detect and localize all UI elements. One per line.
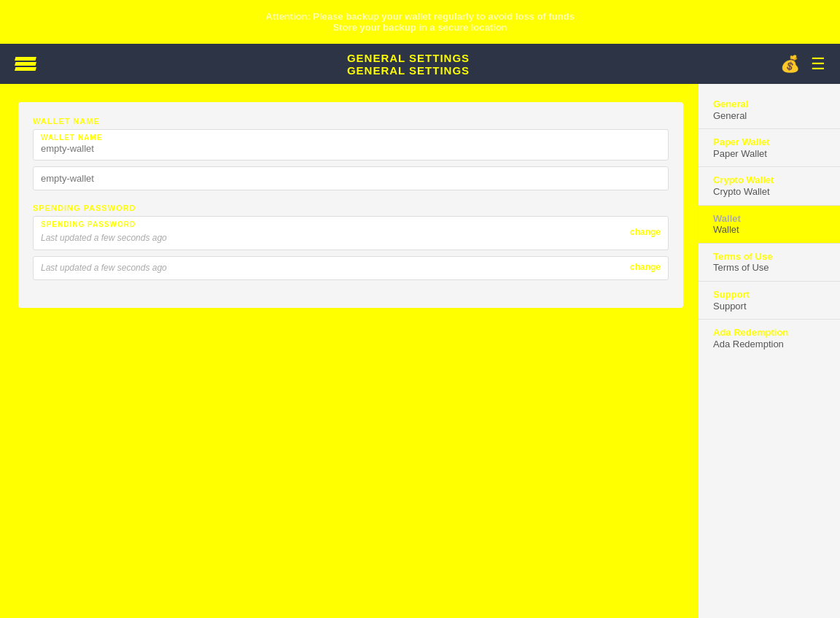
sidebar-item-ada-redemption-label: Ada Redemption: [713, 339, 825, 350]
sidebar-item-ada-redemption[interactable]: Ada Redemption Ada Redemption: [699, 320, 840, 357]
logo-line-2: [15, 62, 36, 66]
sidebar: General General Paper Wallet Paper Walle…: [698, 84, 840, 618]
sidebar-item-general-label-shadow: General: [713, 99, 825, 110]
sidebar-item-crypto-wallet[interactable]: Crypto Wallet Crypto Wallet: [699, 167, 840, 204]
navbar-title-1: GENERAL SETTINGS: [347, 52, 470, 64]
sidebar-item-paper-wallet-label: Paper Wallet: [713, 148, 825, 160]
wallet-name-field-label: WALLET NAME: [34, 130, 668, 142]
logo-icon: [15, 57, 36, 71]
navbar-title-2: GENERAL SETTINGS: [347, 64, 470, 77]
spending-password-inner-1: SPENDING PASSWORD Last updated a few sec…: [41, 220, 630, 244]
sidebar-item-general[interactable]: General General: [699, 91, 840, 128]
spending-password-label: SPENDING PASSWORD: [33, 204, 669, 212]
spending-password-wrapper-2: Last updated a few seconds ago change: [33, 256, 669, 280]
sidebar-item-ada-redemption-label-shadow: Ada Redemption: [713, 327, 825, 339]
wallet-name-input-wrapper: WALLET NAME: [33, 129, 669, 161]
sidebar-item-support-label-shadow: Support: [713, 289, 825, 301]
main-layout: WALLET NAME WALLET NAME SPENDING PASSWOR…: [0, 84, 840, 618]
spending-password-value-1: Last updated a few seconds ago: [41, 233, 167, 243]
sidebar-item-paper-wallet[interactable]: Paper Wallet Paper Wallet: [699, 129, 840, 166]
content-area: WALLET NAME WALLET NAME SPENDING PASSWOR…: [0, 84, 698, 618]
spending-password-wrapper-1: SPENDING PASSWORD Last updated a few sec…: [33, 216, 669, 250]
sidebar-item-crypto-wallet-label-shadow: Crypto Wallet: [713, 174, 825, 186]
spending-password-value-2: Last updated a few seconds ago: [41, 263, 167, 273]
sidebar-item-terms-label-shadow: Terms of Use: [713, 251, 825, 263]
wallet-icon[interactable]: 💰: [780, 55, 800, 74]
sidebar-item-wallet[interactable]: Wallet Wallet: [699, 206, 840, 243]
wallet-name-label: WALLET NAME: [33, 117, 669, 125]
wallet-name-input-2[interactable]: [34, 167, 668, 190]
settings-icon[interactable]: ☰: [811, 55, 825, 74]
navbar: GENERAL SETTINGS GENERAL SETTINGS 💰 ☰: [0, 44, 840, 84]
banner-line1: Attention: Please backup your wallet reg…: [265, 11, 574, 22]
logo-line-3: [15, 67, 36, 71]
top-banner: Attention: Please backup your wallet reg…: [0, 0, 840, 44]
sidebar-item-general-label: General: [713, 110, 825, 122]
wallet-name-input[interactable]: [34, 143, 668, 160]
sidebar-item-crypto-wallet-label: Crypto Wallet: [713, 186, 825, 198]
settings-panel: WALLET NAME WALLET NAME SPENDING PASSWOR…: [18, 102, 683, 308]
sidebar-item-wallet-label: Wallet: [713, 224, 825, 236]
sidebar-item-paper-wallet-label-shadow: Paper Wallet: [713, 136, 825, 148]
wallet-name-input-wrapper-2: [33, 166, 669, 190]
spending-password-field-label: SPENDING PASSWORD: [41, 220, 630, 228]
logo-line-1: [15, 57, 36, 61]
change-password-link-1[interactable]: change: [630, 227, 661, 237]
banner-line2: Store your backup in a secure location: [332, 22, 507, 33]
navbar-icons: 💰 ☰: [780, 55, 825, 74]
sidebar-item-terms-of-use[interactable]: Terms of Use Terms of Use: [699, 244, 840, 281]
sidebar-item-wallet-label-shadow: Wallet: [713, 213, 825, 225]
sidebar-item-terms-label: Terms of Use: [713, 262, 825, 274]
spending-password-inner-2: Last updated a few seconds ago: [41, 260, 630, 274]
navbar-title-area: GENERAL SETTINGS GENERAL SETTINGS: [347, 52, 470, 77]
wallet-name-group: WALLET NAME WALLET NAME: [33, 117, 669, 190]
spending-password-group: SPENDING PASSWORD SPENDING PASSWORD Last…: [33, 204, 669, 280]
change-password-link-2[interactable]: change: [630, 262, 661, 272]
save-button-bar[interactable]: [18, 315, 683, 344]
sidebar-item-support[interactable]: Support Support: [699, 282, 840, 319]
sidebar-item-support-label: Support: [713, 301, 825, 312]
